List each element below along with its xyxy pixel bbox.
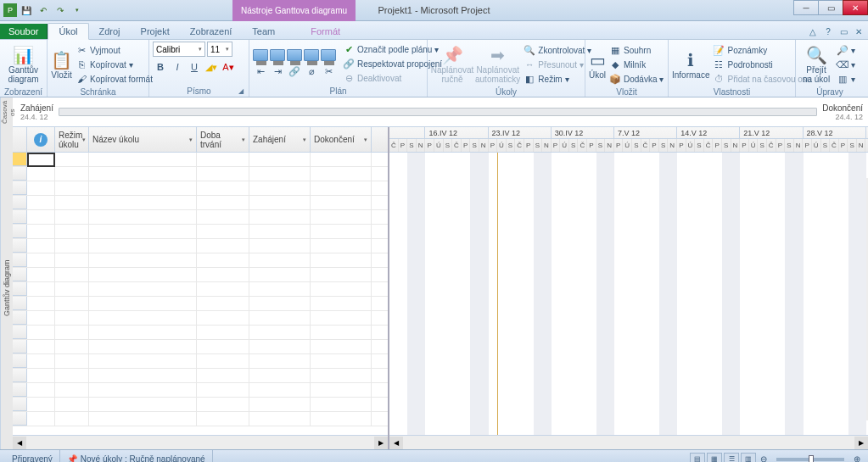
- cut-button[interactable]: ✂Vyjmout: [74, 43, 154, 58]
- table-row[interactable]: [13, 398, 388, 412]
- scroll-left-icon[interactable]: ◀: [13, 437, 26, 449]
- mode-button[interactable]: ◧Režim ▾: [522, 72, 593, 86]
- outdent-button[interactable]: ⇤: [253, 64, 268, 79]
- timeline-bar[interactable]: [59, 108, 817, 116]
- gantt-side-label[interactable]: Ganttův diagram: [0, 127, 13, 449]
- table-row[interactable]: [13, 239, 388, 253]
- table-row[interactable]: [13, 326, 388, 340]
- copy-button[interactable]: ⎘Kopírovat ▾: [74, 58, 154, 72]
- table-row[interactable]: [13, 210, 388, 225]
- zoom-out-button[interactable]: ⊖: [758, 454, 770, 462]
- timeline-side-label[interactable]: Časová os: [0, 97, 13, 127]
- zoom-slider[interactable]: [776, 458, 844, 461]
- bold-button[interactable]: B: [153, 59, 168, 75]
- check-icon: ✔: [343, 44, 355, 56]
- link-button[interactable]: 🔗: [287, 64, 302, 79]
- table-row[interactable]: [13, 253, 388, 268]
- table-row[interactable]: [13, 153, 388, 167]
- table-row[interactable]: [13, 167, 388, 181]
- find-icon: 🔎: [837, 44, 848, 56]
- table-row[interactable]: [13, 340, 388, 354]
- grid-body[interactable]: [13, 153, 388, 435]
- redo-icon[interactable]: ↷: [53, 3, 68, 18]
- table-row[interactable]: [13, 297, 388, 311]
- table-row[interactable]: [13, 383, 388, 398]
- close-button[interactable]: ✕: [843, 0, 868, 15]
- table-row[interactable]: [13, 282, 388, 297]
- scroll-to-task-button[interactable]: 🔍 Přejít na úkol: [799, 42, 833, 87]
- minimize-ribbon-icon[interactable]: △: [807, 25, 819, 37]
- table-row[interactable]: [13, 311, 388, 326]
- gantt-hscroll[interactable]: ◀ ▶: [389, 435, 868, 449]
- italic-button[interactable]: I: [170, 59, 185, 75]
- indent-button[interactable]: ⇥: [270, 64, 285, 79]
- table-row[interactable]: [13, 354, 388, 369]
- info-column-header[interactable]: i: [27, 127, 55, 152]
- status-new-tasks[interactable]: 📌 Nové úkoly : Ručně naplánované: [60, 450, 213, 462]
- name-column-header[interactable]: Název úkolu▾: [89, 127, 197, 152]
- information-button[interactable]: ℹ Informace: [672, 42, 709, 87]
- help-icon[interactable]: ?: [822, 25, 834, 37]
- task-button[interactable]: ▭ Úkol: [589, 42, 606, 87]
- clear-button[interactable]: ⌫▾: [835, 58, 857, 72]
- table-row[interactable]: [13, 268, 388, 282]
- inspect-button[interactable]: 🔍Zkontrolovat ▾: [522, 43, 593, 58]
- view-team-button[interactable]: ☰: [724, 453, 739, 463]
- view-gantt-button[interactable]: ▤: [690, 453, 705, 463]
- progress-icons[interactable]: [253, 49, 336, 61]
- duration-column-header[interactable]: Doba trvání▾: [197, 127, 249, 152]
- save-icon[interactable]: 💾: [19, 3, 34, 18]
- select-all-corner[interactable]: [13, 127, 27, 153]
- gantt-scroll-right-icon[interactable]: ▶: [854, 437, 868, 449]
- day-header-cell: N: [417, 139, 426, 152]
- gantt-view-button[interactable]: 📊 Ganttův diagram: [3, 42, 43, 87]
- paste-button[interactable]: 📋 Vložit: [51, 42, 72, 87]
- minimize-button[interactable]: ─: [793, 0, 819, 15]
- fill-color-button[interactable]: ◢▾: [204, 59, 219, 75]
- split-button[interactable]: ✂: [321, 64, 336, 79]
- gantt-body[interactable]: [389, 153, 868, 435]
- scroll-right-icon[interactable]: ▶: [374, 437, 388, 449]
- font-selector[interactable]: Calibri▾: [153, 42, 205, 57]
- format-painter-button[interactable]: 🖌Kopírovat formát: [74, 72, 154, 86]
- move-button[interactable]: ↔Přesunout ▾: [522, 58, 593, 72]
- table-row[interactable]: [13, 412, 388, 426]
- tab-zdroj[interactable]: Zdroj: [89, 24, 131, 39]
- font-size-selector[interactable]: 11▾: [207, 42, 232, 57]
- start-column-header[interactable]: Zahájení▾: [249, 127, 311, 152]
- view-sheet-button[interactable]: ▥: [741, 453, 756, 463]
- gantt-scroll-left-icon[interactable]: ◀: [389, 437, 403, 449]
- find-button[interactable]: 🔎▾: [835, 43, 857, 58]
- undo-icon[interactable]: ↶: [36, 3, 51, 18]
- file-tab[interactable]: Soubor: [0, 24, 48, 39]
- restore-window-icon[interactable]: ▭: [837, 25, 849, 37]
- qat-dropdown-icon[interactable]: ▾: [70, 3, 85, 18]
- font-color-button[interactable]: A▾: [221, 59, 236, 75]
- table-row[interactable]: [13, 225, 388, 239]
- table-row[interactable]: [13, 369, 388, 383]
- tab-zobrazeni[interactable]: Zobrazení: [180, 24, 243, 39]
- close-doc-icon[interactable]: ✕: [853, 25, 865, 37]
- table-row[interactable]: [13, 196, 388, 210]
- font-dialog-launcher[interactable]: ◢: [238, 87, 247, 96]
- tab-team[interactable]: Team: [242, 24, 285, 39]
- manual-schedule-button[interactable]: 📌 Naplánovat ručně: [431, 42, 473, 87]
- summary-button[interactable]: ▦Souhrn: [608, 43, 665, 58]
- milestone-button[interactable]: ◆Milník: [608, 58, 665, 72]
- finish-column-header[interactable]: Dokončení▾: [311, 127, 372, 152]
- maximize-button[interactable]: ▭: [818, 0, 843, 15]
- tab-format[interactable]: Formát: [300, 24, 350, 39]
- tab-ukol[interactable]: Úkol: [48, 23, 88, 40]
- mode-column-header[interactable]: Režim úkolu▾: [55, 127, 89, 152]
- underline-button[interactable]: U: [187, 59, 202, 75]
- auto-schedule-button[interactable]: ➡ Naplánovat automaticky: [475, 42, 520, 87]
- view-usage-button[interactable]: ▦: [707, 453, 722, 463]
- unlink-button[interactable]: ⌀: [304, 64, 319, 79]
- table-row[interactable]: [13, 181, 388, 196]
- deliverable-button[interactable]: 📦Dodávka ▾: [608, 72, 665, 86]
- grid-hscroll[interactable]: ◀ ▶: [13, 435, 388, 449]
- fill-button[interactable]: ▥▾: [835, 72, 857, 86]
- day-header-cell: Ú: [434, 139, 444, 152]
- tab-projekt[interactable]: Projekt: [131, 24, 180, 39]
- zoom-in-button[interactable]: ⊕: [851, 454, 863, 462]
